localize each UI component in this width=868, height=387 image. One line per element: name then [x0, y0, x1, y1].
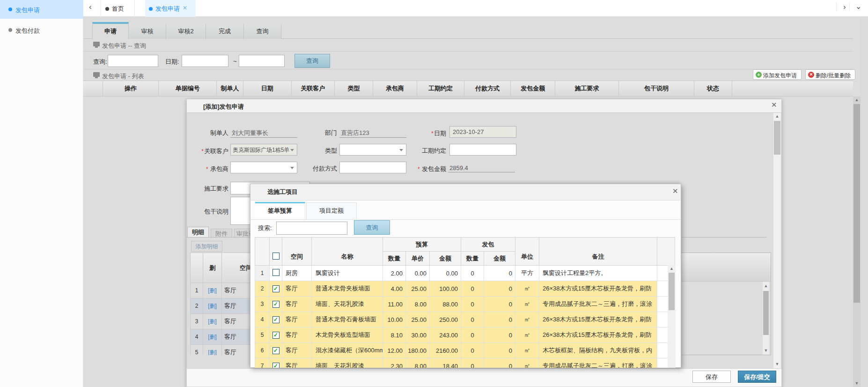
col-contract-group: 发包 [461, 238, 515, 252]
scroll-down-icon: ▼ [763, 347, 769, 354]
date-range-separator: ~ [233, 58, 237, 65]
type-select[interactable] [339, 144, 406, 156]
add-order-button[interactable]: + 添加发包申请 [753, 69, 802, 80]
detail-tab-mingxi[interactable]: 明细 [187, 227, 209, 238]
list-header-cell[interactable]: 付款方式 [464, 81, 511, 96]
list-header-cell[interactable]: 承包商 [373, 81, 417, 96]
dept-field-underline [339, 137, 406, 138]
scroll-right-icon[interactable]: › [836, 2, 846, 12]
project-row[interactable]: 6 ✓ 客厅 混水漆储藏柜（深600mm 12.00 180.00 2160.0… [255, 343, 675, 358]
delete-row-link[interactable]: [删] [203, 314, 222, 329]
list-header-cell[interactable] [83, 81, 92, 96]
page-right-gutter [861, 17, 868, 387]
row-checkbox[interactable]: ✓ [272, 347, 280, 354]
list-header-cell[interactable]: 日期 [243, 81, 292, 96]
top-tab-home[interactable]: 首页 [101, 0, 135, 17]
tab-chaxun[interactable]: 查询 [244, 24, 281, 39]
scrollbar-thumb[interactable] [763, 291, 769, 335]
tab-shenqing[interactable]: 申请 [92, 22, 129, 39]
row-checkbox[interactable]: ✓ [272, 332, 280, 339]
tab-shenhe2[interactable]: 审核2 [166, 24, 206, 39]
add-dialog-scrollbar[interactable]: ▲ ▼ [773, 113, 781, 368]
add-detail-button[interactable]: 添加明细 [191, 241, 222, 252]
contractor-select[interactable] [230, 162, 297, 173]
duration-input[interactable] [449, 144, 516, 156]
list-header-cell[interactable]: 包干说明 [619, 81, 694, 96]
detail-tab-fujian[interactable]: 附件 [211, 229, 232, 238]
close-icon[interactable]: ✕ [771, 101, 777, 109]
project-search-input[interactable] [276, 222, 347, 235]
project-search-button[interactable]: 查询 [354, 220, 390, 235]
sidebar-item-fabao-fukuan[interactable]: 发包付款 [0, 22, 83, 37]
scrollbar-thumb[interactable] [669, 273, 675, 310]
project-row[interactable]: 7 ✓ 客厅 墙面、天花乳胶漆 2.30 8.00 18.40 0 0 ㎡ 专用… [255, 358, 675, 368]
select-tab-qiandan[interactable]: 签单预算 [255, 202, 305, 219]
scroll-down-icon[interactable]: ▼ [853, 380, 861, 387]
row-checkbox[interactable]: ✓ [272, 316, 280, 323]
date-to-input[interactable] [239, 55, 285, 67]
save-submit-button[interactable]: 保存/提交 [738, 371, 776, 383]
customer-select[interactable]: 奥克斯国际广场1栋5单 [230, 144, 297, 156]
caret-down-icon [290, 167, 294, 169]
delete-row-link[interactable]: [删] [203, 345, 222, 356]
save-button[interactable]: 保存 [692, 371, 731, 383]
list-header-cell[interactable]: 制单人 [217, 81, 243, 96]
query-section-title: 发包申请 -- 查询 [102, 42, 146, 50]
cross-icon: ✕ [808, 72, 814, 78]
query-section-bar: 发包申请 -- 查询 [83, 39, 853, 52]
scrollbar-thumb[interactable] [853, 104, 860, 303]
list-table-header: 操作单据编号制单人日期关联客户类型承包商工期约定付款方式发包金额施工要求包干说明… [83, 81, 853, 97]
delete-order-button[interactable]: ✕ 删除/批量删除 [805, 69, 855, 80]
project-table-scrollbar[interactable]: ▲ [668, 265, 676, 368]
select-all-checkbox[interactable] [272, 253, 280, 260]
select-tab-xiangmu[interactable]: 项目定额 [306, 202, 357, 219]
list-header-cell[interactable]: 施工要求 [555, 81, 619, 96]
tab-label: 查询 [257, 28, 269, 35]
project-row[interactable]: 3 ✓ 客厅 墙面、天花乳胶漆 11.00 8.00 88.00 0 0 ㎡ 专… [255, 297, 675, 312]
row-checkbox[interactable]: ✓ [272, 285, 280, 292]
col-amount: 金额 [430, 252, 461, 266]
col-note: 备注 [539, 238, 657, 266]
date-field[interactable]: 2023-10-27 [449, 126, 516, 138]
col-qty: 数量 [383, 252, 406, 266]
tab-shenhe[interactable]: 审核 [129, 24, 166, 39]
list-header-cell[interactable]: 操作 [103, 81, 159, 96]
list-header-cell[interactable]: 关联客户 [292, 81, 335, 96]
date-from-input[interactable] [182, 55, 228, 67]
scroll-up-icon[interactable]: ▲ [853, 97, 861, 104]
col-name: 名称 [312, 238, 383, 266]
detail-panel-scrollbar[interactable]: ▲ ▼ [763, 282, 769, 355]
list-header-cell[interactable]: 工期约定 [417, 81, 464, 96]
list-header-cell[interactable]: 单据编号 [159, 81, 217, 96]
delete-row-link[interactable]: [删] [203, 283, 222, 298]
row-checkbox[interactable] [272, 269, 280, 276]
list-header-cell[interactable] [732, 81, 853, 96]
row-checkbox[interactable]: ✓ [272, 363, 280, 368]
sidebar-item-fabao-shenqing[interactable]: 发包申请 [0, 0, 83, 19]
dept-label: 部门 [295, 129, 337, 137]
project-search-button-label: 查询 [366, 224, 378, 231]
query-input[interactable] [108, 55, 158, 67]
list-header-cell[interactable]: 类型 [335, 81, 373, 96]
tabs-menu-icon[interactable]: ⌄ [849, 2, 861, 11]
page-scrollbar[interactable]: ▲ ▼ [853, 97, 861, 387]
list-header-cell[interactable]: 发包金额 [511, 81, 555, 96]
payment-input[interactable] [339, 162, 406, 173]
scrollbar-thumb[interactable] [774, 121, 780, 155]
back-chevron-icon[interactable]: ‹ [89, 2, 92, 12]
project-row[interactable]: 5 ✓ 客厅 木龙骨夹板造型墙面 8.10 30.00 243.00 0 0 ㎡… [255, 327, 675, 343]
search-button[interactable]: 查询 [294, 54, 330, 68]
close-icon[interactable]: ✕ [672, 187, 678, 195]
top-tab-fabao-shenqing[interactable]: 发包申请 ✕ [145, 0, 196, 17]
list-header-cell[interactable] [92, 81, 103, 96]
delete-row-link[interactable]: [删] [203, 329, 222, 345]
delete-row-link[interactable]: [删] [203, 298, 222, 314]
tab-close-icon[interactable]: ✕ [183, 5, 187, 11]
sidebar: 发包申请 发包付款 [0, 0, 83, 387]
row-checkbox[interactable]: ✓ [272, 301, 280, 308]
list-header-cell[interactable]: 状态 [694, 81, 732, 96]
project-row[interactable]: 2 ✓ 客厅 普通木龙骨夹板墙面 4.00 25.00 100.00 0 0 ㎡… [255, 281, 675, 297]
tab-wancheng[interactable]: 完成 [206, 24, 244, 39]
project-row[interactable]: 1 厨房 飘窗设计 2.00 0.00 0.00 0 0 平方 飘窗设计工程量2… [255, 266, 675, 281]
project-row[interactable]: 4 ✓ 客厅 普通木龙骨石膏板墙面 10.00 25.00 250.00 0 0… [255, 312, 675, 327]
